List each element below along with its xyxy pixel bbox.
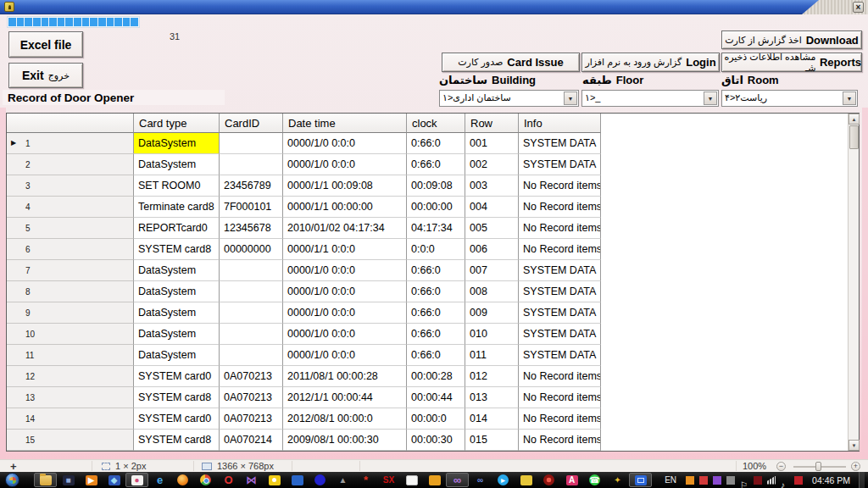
table-row[interactable]: 4Terminate card87F0001010000/1/1 00:00:0… (7, 197, 848, 218)
cell-date-time[interactable]: 0000/1/0 0:0:0 (283, 154, 407, 175)
blue-window-icon[interactable] (629, 473, 652, 487)
cell-card-type[interactable]: DataSystem (134, 302, 220, 324)
row-header[interactable]: 1▶ (7, 133, 134, 154)
yellow-player-icon[interactable] (263, 473, 286, 487)
tray-network-icon[interactable] (765, 474, 778, 485)
row-selector-header[interactable] (7, 114, 134, 133)
cell-card-id[interactable] (220, 154, 283, 175)
cell-info[interactable]: SYSTEM DATA (519, 324, 601, 345)
picpick-icon[interactable]: ● (125, 473, 148, 487)
cell-clock[interactable]: 00:00:30 (407, 430, 465, 451)
cell-clock[interactable]: 0:66:0 (407, 133, 465, 154)
cell-clock[interactable]: 0:66:0 (407, 281, 465, 302)
keys-icon[interactable]: ✦ (606, 473, 629, 487)
table-row[interactable]: 11DataSystem0000/1/0 0:0:00:66:0011SYSTE… (7, 345, 848, 366)
cell-row[interactable]: 004 (465, 197, 519, 218)
reports-button[interactable]: مشاهده اطلاعات ذخیره شـ Reports (721, 53, 862, 72)
clock[interactable]: 04:46 PM (812, 475, 850, 485)
chevron-down-icon[interactable]: ▼ (704, 92, 717, 105)
cell-info[interactable]: No Record items (519, 197, 601, 218)
table-row[interactable]: 10DataSystem0000/1/0 0:0:00:66:0010SYSTE… (7, 324, 848, 345)
chevron-down-icon[interactable]: ▼ (843, 92, 856, 105)
opera-icon[interactable]: O (217, 473, 240, 487)
cell-card-id[interactable]: 00000000 (220, 239, 283, 260)
media-player-classic-icon[interactable]: ⋈ (240, 473, 263, 487)
cell-card-type[interactable]: DataSystem (134, 133, 220, 154)
zoom-out-icon[interactable]: − (776, 462, 786, 471)
cell-card-type[interactable]: DataSystem (134, 281, 220, 302)
visual-studio-icon[interactable]: ∞ (446, 473, 469, 487)
zoom-in-icon[interactable]: + (851, 462, 860, 471)
explorer-icon[interactable] (34, 473, 57, 487)
cell-date-time[interactable]: 0000/1/0 0:0:0 (283, 302, 407, 324)
cell-card-type[interactable]: SYSTEM card0 (134, 408, 220, 430)
photos-app-icon[interactable]: ◆ (103, 473, 125, 487)
idm-icon[interactable] (537, 473, 560, 487)
cell-date-time[interactable]: 0000/1/1 00:00:00 (283, 197, 407, 218)
chevron-down-icon[interactable]: ▼ (564, 92, 577, 105)
cell-card-id[interactable] (220, 302, 283, 324)
start-button[interactable] (5, 473, 19, 487)
scroll-up-icon[interactable]: ▲ (849, 114, 860, 125)
cell-card-id[interactable] (220, 324, 283, 345)
cell-card-id[interactable] (220, 281, 283, 302)
cell-info[interactable]: No Record items (519, 175, 601, 197)
blue-ball-icon[interactable] (309, 473, 331, 487)
cell-info[interactable]: SYSTEM DATA (519, 345, 601, 366)
cell-card-type[interactable]: SYSTEM card0 (134, 366, 220, 387)
cell-clock[interactable]: 00:00:0 (407, 408, 465, 430)
red-burst-icon[interactable]: * (354, 473, 377, 487)
tray-antivirus-icon[interactable] (792, 474, 805, 485)
cell-card-id[interactable]: 0A070213 (220, 408, 283, 430)
download-button[interactable]: اخذ گزارش از کارت Download (721, 30, 862, 49)
cell-info[interactable]: No Record items (519, 366, 601, 387)
row-header[interactable]: 6 (7, 239, 134, 260)
exit-button[interactable]: Exit خروج (8, 63, 83, 88)
photo-viewer-icon[interactable]: ■ (57, 473, 80, 487)
cell-clock[interactable]: 0:66:0 (407, 345, 465, 366)
cell-info[interactable]: No Record items (519, 430, 601, 451)
table-row[interactable]: 2DataSystem0000/1/0 0:0:00:66:0002SYSTEM… (7, 154, 848, 175)
row-header[interactable]: 4 (7, 197, 134, 218)
cell-date-time[interactable]: 0000/1/1 00:09:08 (283, 175, 407, 197)
row-header[interactable]: 9 (7, 302, 134, 324)
cell-clock[interactable]: 00:00:28 (407, 366, 465, 387)
row-header[interactable]: 13 (7, 387, 134, 408)
table-row[interactable]: 9DataSystem0000/1/0 0:0:00:66:0009SYSTEM… (7, 302, 848, 324)
internet-explorer-icon[interactable]: e (148, 473, 171, 487)
cell-card-id[interactable] (220, 345, 283, 366)
orange-app-icon[interactable] (423, 473, 446, 487)
row-header[interactable]: 5 (7, 218, 134, 239)
cell-card-type[interactable]: SYSTEM card8 (134, 430, 220, 451)
table-row[interactable]: 6SYSTEM card8000000000000/1/1 0:0:00:0:0… (7, 239, 848, 260)
cell-row[interactable]: 014 (465, 408, 519, 430)
cell-date-time[interactable]: 0000/1/0 0:0:0 (283, 281, 407, 302)
show-desktop-button[interactable] (859, 472, 865, 488)
row-header[interactable]: 7 (7, 260, 134, 281)
row-header[interactable]: 12 (7, 366, 134, 387)
table-row[interactable]: 13SYSTEM card80A0702132012/1/1 00:00:440… (7, 387, 848, 408)
tray-security-icon[interactable] (751, 474, 765, 485)
cell-clock[interactable]: 04:17:34 (407, 218, 465, 239)
cell-card-type[interactable]: Terminate card8 (134, 197, 220, 218)
cell-row[interactable]: 005 (465, 218, 519, 239)
cell-row[interactable]: 006 (465, 239, 519, 260)
column-header-date-time[interactable]: Date time (283, 114, 407, 133)
cell-clock[interactable]: 00:09:08 (407, 175, 465, 197)
cell-card-id[interactable]: 12345678 (220, 218, 283, 239)
column-header-clock[interactable]: clock (407, 114, 465, 133)
keyboard-icon[interactable] (286, 473, 309, 487)
cell-card-id[interactable]: 0A070214 (220, 430, 283, 451)
cell-date-time[interactable]: 2011/08/1 00:00:28 (283, 366, 407, 387)
cell-row[interactable]: 015 (465, 430, 519, 451)
row-header[interactable]: 2 (7, 154, 134, 175)
close-icon[interactable]: × (853, 2, 864, 13)
chrome-icon[interactable] (194, 473, 217, 487)
cell-date-time[interactable]: 0000/1/0 0:0:0 (283, 324, 407, 345)
excel-file-button[interactable]: Excel file (8, 31, 83, 58)
room-select[interactable]: ریاست۲<۴ ▼ (721, 90, 858, 107)
table-row[interactable]: 15SYSTEM card80A0702142009/08/1 00:00:30… (7, 430, 848, 451)
cell-card-type[interactable]: SYSTEM card8 (134, 387, 220, 408)
cell-card-type[interactable]: DataSystem (134, 260, 220, 281)
firefox-icon[interactable] (171, 473, 194, 487)
